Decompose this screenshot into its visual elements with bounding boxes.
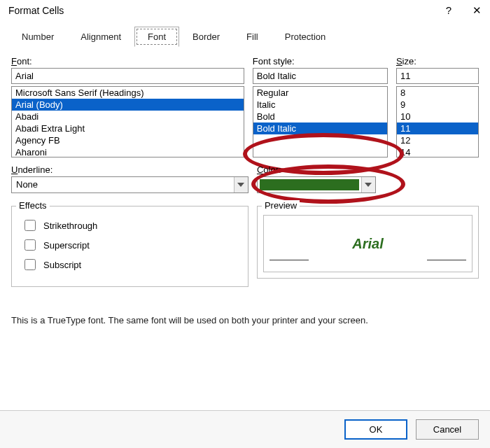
list-item[interactable]: Agency FB [12, 134, 244, 146]
font-style-label: Font style: [253, 56, 388, 66]
strikethrough-label: Strikethrough [43, 220, 97, 231]
size-group: Size: 8 9 10 11 12 14 [396, 56, 479, 158]
preview-sample-text: Arial [352, 236, 383, 252]
list-item[interactable]: 11 [397, 122, 478, 134]
dialog-title: Format Cells [8, 5, 64, 16]
list-item[interactable]: 9 [397, 99, 478, 111]
effects-group: Effects Strikethrough Superscript Subscr… [11, 200, 248, 287]
chevron-down-icon [234, 177, 248, 192]
ok-button[interactable]: OK [344, 419, 407, 440]
list-item[interactable]: 8 [397, 87, 478, 99]
font-listbox[interactable]: Microsoft Sans Serif (Headings) Arial (B… [11, 86, 244, 158]
underline-select[interactable]: None [11, 176, 248, 193]
preview-baseline [427, 260, 466, 260]
font-label: Font: [11, 56, 244, 66]
tab-fill[interactable]: Fill [233, 27, 272, 47]
font-group: Font: Microsoft Sans Serif (Headings) Ar… [11, 56, 244, 158]
format-cells-dialog: Format Cells ? ✕ Number Alignment Font B… [0, 0, 490, 448]
preview-legend: Preview [262, 200, 300, 211]
underline-label: Underline: [11, 164, 248, 175]
color-select[interactable] [257, 176, 376, 193]
list-item[interactable]: Abadi [12, 111, 244, 122]
titlebar: Format Cells ? ✕ [0, 0, 490, 20]
subscript-checkbox[interactable] [24, 259, 36, 270]
preview-group: Preview Arial [257, 200, 479, 287]
cancel-button[interactable]: Cancel [416, 419, 479, 440]
underline-value: None [12, 177, 234, 192]
superscript-label: Superscript [43, 240, 90, 251]
color-label: Color: [257, 164, 479, 175]
size-label: Size: [396, 56, 479, 66]
button-bar: OK Cancel [0, 410, 490, 448]
font-style-group: Font style: Regular Italic Bold Bold Ita… [253, 56, 388, 158]
tab-font[interactable]: Font [134, 27, 179, 47]
list-item[interactable]: Bold Italic [253, 122, 387, 134]
tab-protection[interactable]: Protection [272, 27, 340, 47]
underline-group: Underline: None [11, 164, 248, 193]
list-item[interactable]: Regular [253, 87, 387, 99]
color-group: Color: [257, 164, 479, 193]
font-input[interactable] [11, 68, 244, 84]
strikethrough-checkbox[interactable] [24, 220, 36, 231]
preview-baseline [270, 260, 309, 260]
tab-border[interactable]: Border [179, 27, 233, 47]
list-item[interactable]: Abadi Extra Light [12, 122, 244, 134]
list-item[interactable]: Italic [253, 99, 387, 111]
size-listbox[interactable]: 8 9 10 11 12 14 [396, 86, 479, 158]
font-style-input[interactable] [253, 68, 388, 84]
color-swatch [260, 179, 359, 190]
tab-number[interactable]: Number [8, 27, 67, 47]
size-input[interactable] [396, 68, 479, 84]
font-description: This is a TrueType font. The same font w… [11, 315, 479, 326]
effects-legend: Effects [16, 200, 50, 211]
subscript-label: Subscript [43, 260, 81, 270]
svg-marker-1 [365, 183, 372, 187]
close-button[interactable]: ✕ [472, 4, 482, 17]
list-item[interactable]: Microsoft Sans Serif (Headings) [12, 87, 244, 99]
list-item[interactable]: Bold [253, 111, 387, 122]
svg-marker-0 [237, 183, 244, 187]
list-item[interactable]: Arial (Body) [12, 99, 244, 111]
list-item[interactable]: 14 [397, 146, 478, 158]
tabs: Number Alignment Font Border Fill Protec… [0, 20, 490, 47]
tab-alignment[interactable]: Alignment [67, 27, 134, 47]
list-item[interactable]: 10 [397, 111, 478, 122]
preview-box: Arial [263, 215, 472, 272]
help-button[interactable]: ? [446, 4, 451, 17]
font-style-listbox[interactable]: Regular Italic Bold Bold Italic [253, 86, 388, 158]
chevron-down-icon [361, 177, 375, 192]
list-item[interactable]: 12 [397, 134, 478, 146]
list-item[interactable]: Aharoni [12, 146, 244, 158]
superscript-checkbox[interactable] [24, 239, 36, 251]
